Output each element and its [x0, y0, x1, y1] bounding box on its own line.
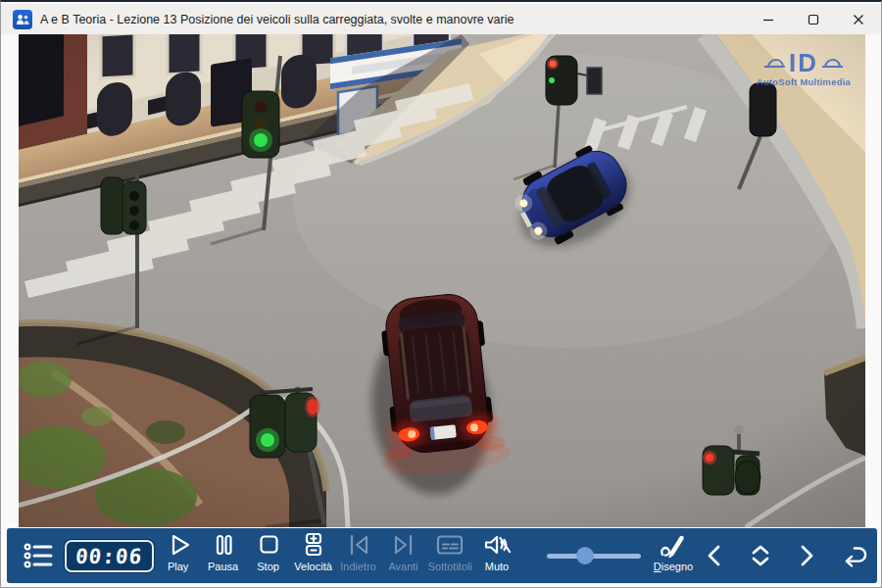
minimize-icon [762, 14, 774, 25]
navigation-group [700, 538, 867, 573]
app-icon [13, 10, 32, 29]
pause-label: Pausa [208, 562, 238, 572]
next-button[interactable] [792, 538, 821, 573]
mute-icon [482, 532, 512, 558]
chevron-right-icon [796, 542, 817, 569]
window-controls [746, 4, 881, 34]
speed-button[interactable]: Velocità [293, 532, 334, 579]
maximize-icon [808, 14, 819, 25]
volume-slider[interactable] [547, 546, 641, 565]
lesson-video-viewport: ID AutoSoft Multimedia [19, 34, 865, 527]
forward-button[interactable]: Avanti [383, 532, 424, 579]
play-label: Play [168, 562, 188, 572]
draw-label: Disegno [654, 562, 693, 572]
speed-label: Velocità [294, 562, 332, 572]
chevron-left-icon [704, 542, 725, 569]
minimize-button[interactable] [746, 4, 791, 34]
mute-label: Muto [485, 562, 509, 572]
draw-button[interactable]: Disegno [653, 532, 694, 579]
close-icon [853, 14, 864, 25]
expand-button[interactable] [746, 538, 775, 573]
back-label: Indietro [340, 562, 376, 572]
titlebar: A e B Teoria - Lezione 13 Posizione dei … [1, 4, 881, 34]
maximize-button[interactable] [791, 4, 836, 34]
prev-button[interactable] [700, 538, 729, 573]
stop-label: Stop [257, 562, 279, 572]
return-arrow-icon [838, 542, 867, 569]
scene-graphic [19, 34, 865, 527]
slider-thumb[interactable] [576, 547, 594, 564]
subtitles-icon [435, 532, 465, 558]
playback-toolbar: 00:06 Play Pausa Stop [7, 528, 877, 583]
subtitles-button[interactable]: Sottotitoli [428, 532, 472, 579]
mute-button[interactable]: Muto [476, 532, 517, 579]
app-window: A e B Teoria - Lezione 13 Posizione dei … [0, 0, 882, 588]
stop-button[interactable]: Stop [248, 532, 289, 579]
pen-icon [660, 532, 687, 558]
time-display: 00:06 [65, 540, 153, 572]
play-icon [166, 532, 191, 558]
pause-icon [211, 532, 236, 558]
time-value: 00:06 [74, 545, 143, 568]
playlist-button[interactable] [23, 534, 53, 577]
chevrons-up-down-icon [747, 542, 774, 569]
forward-label: Avanti [388, 562, 417, 572]
vignette [19, 34, 865, 527]
pause-button[interactable]: Pausa [203, 532, 244, 579]
close-button[interactable] [836, 4, 881, 34]
slider-track[interactable] [547, 554, 641, 559]
speed-icon [301, 532, 326, 558]
window-title: A e B Teoria - Lezione 13 Posizione dei … [40, 13, 514, 26]
skip-forward-icon [391, 532, 416, 558]
stop-icon [256, 532, 281, 558]
people-icon [16, 14, 29, 25]
subtitles-label: Sottotitoli [428, 562, 472, 572]
back-button[interactable]: Indietro [338, 532, 379, 579]
return-button[interactable] [838, 538, 867, 573]
playlist-icon [24, 542, 53, 569]
skip-back-icon [346, 532, 371, 558]
play-button[interactable]: Play [158, 532, 199, 579]
